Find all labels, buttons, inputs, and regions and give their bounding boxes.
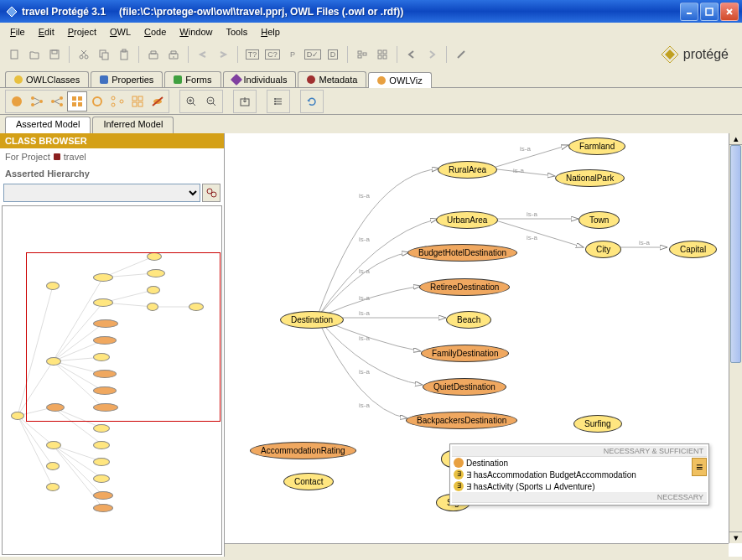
svg-rect-36: [72, 96, 76, 101]
viz-hide-class[interactable]: [87, 91, 107, 111]
find-button[interactable]: [202, 184, 221, 202]
node-town[interactable]: Town: [579, 211, 620, 229]
new-button[interactable]: [5, 45, 23, 64]
archive-button[interactable]: [144, 45, 163, 64]
main-tabs: OWLClasses Properties Forms Individuals …: [0, 68, 742, 88]
menu-project[interactable]: Project: [63, 25, 101, 39]
svg-marker-25: [665, 49, 675, 60]
svg-rect-5: [11, 50, 18, 59]
overview-panel[interactable]: [2, 205, 222, 555]
graph-canvas[interactable]: is-a is-a is-a is-a is-a is-a is-a is-a …: [225, 133, 742, 557]
viz-show-supers[interactable]: [47, 91, 67, 111]
edge-label: is-a: [359, 192, 370, 200]
svg-rect-38: [72, 102, 76, 106]
zoom-out-button[interactable]: [201, 91, 221, 111]
minimize-button[interactable]: [680, 3, 698, 21]
scrollbar-horizontal[interactable]: [225, 543, 729, 557]
window-titlebar: travel Protégé 3.1 (file:\C:\protege-owl…: [0, 0, 742, 23]
viz-show-all[interactable]: [67, 91, 87, 111]
tool-d[interactable]: D✓: [304, 45, 322, 64]
tab-owlclasses[interactable]: OWLClasses: [5, 71, 89, 87]
tab-properties[interactable]: Properties: [91, 71, 163, 87]
tab-metadata[interactable]: Metadata: [298, 71, 366, 87]
node-capital[interactable]: Capital: [669, 241, 717, 258]
node-accomrating[interactable]: AccommodationRating: [250, 442, 356, 459]
export-button[interactable]: [235, 91, 255, 111]
viz-show-class[interactable]: [7, 91, 27, 111]
svg-point-62: [274, 103, 276, 105]
viz-hide-all[interactable]: [127, 91, 148, 111]
node-budgethotel[interactable]: BudgetHotelDestination: [407, 244, 517, 262]
node-nationalpark[interactable]: NationalPark: [555, 169, 625, 187]
node-farmland[interactable]: Farmland: [568, 137, 625, 155]
tab-inferred[interactable]: Inferred Model: [92, 117, 174, 133]
archive2-button[interactable]: [164, 45, 183, 64]
project-label-row: For Project travel: [0, 148, 224, 165]
svg-rect-37: [78, 96, 82, 101]
refresh-button[interactable]: [302, 91, 322, 111]
open-button[interactable]: [25, 45, 44, 64]
node-contact[interactable]: Contact: [283, 473, 334, 490]
tab-owlviz[interactable]: OWLViz: [368, 72, 431, 88]
class-search-combo[interactable]: [3, 184, 200, 202]
node-quietdest[interactable]: QuietDestination: [423, 378, 506, 396]
restriction-icon: ∃: [454, 481, 464, 491]
viz-hide-subs[interactable]: [107, 91, 127, 111]
node-surfing[interactable]: Surfing: [573, 415, 622, 433]
cut-button[interactable]: [75, 45, 93, 64]
tool-t[interactable]: T?: [243, 45, 262, 64]
node-backpackers[interactable]: BackpackersDestination: [406, 412, 517, 429]
svg-point-33: [51, 100, 54, 103]
tab-forms[interactable]: Forms: [164, 71, 221, 87]
save-button[interactable]: [45, 45, 64, 64]
tool-grid[interactable]: [373, 45, 392, 64]
tab-individuals[interactable]: Individuals: [223, 71, 297, 87]
svg-line-29: [34, 98, 39, 101]
node-beach[interactable]: Beach: [446, 311, 491, 329]
tool-c[interactable]: C?: [263, 45, 282, 64]
tool-d2[interactable]: D: [324, 45, 342, 64]
menu-code[interactable]: Code: [139, 25, 171, 39]
paste-button[interactable]: [115, 45, 133, 64]
node-ruralarea[interactable]: RuralArea: [438, 161, 497, 179]
tool-next[interactable]: [423, 45, 441, 64]
menu-window[interactable]: Window: [174, 25, 217, 39]
viz-show-subs[interactable]: [27, 91, 47, 111]
tooltip-header-top: NECESSARY & SUFFICIENT: [452, 446, 707, 457]
node-urbanarea[interactable]: UrbanArea: [436, 211, 498, 229]
edge-label: is-a: [527, 210, 537, 218]
node-retiree[interactable]: RetireeDestination: [419, 278, 510, 296]
copy-button[interactable]: [95, 45, 113, 64]
tool-wand[interactable]: [452, 45, 470, 64]
svg-line-50: [193, 103, 195, 106]
zoom-in-button[interactable]: [181, 91, 201, 111]
menu-help[interactable]: Help: [256, 25, 285, 39]
svg-point-32: [60, 103, 63, 106]
svg-line-71: [18, 416, 53, 487]
svg-point-42: [120, 100, 123, 103]
svg-line-23: [458, 51, 464, 58]
node-city[interactable]: City: [585, 241, 621, 258]
scrollbar-vertical[interactable]: ▴ ▾: [729, 133, 742, 543]
menu-tools[interactable]: Tools: [221, 25, 252, 39]
edge-label: is-a: [359, 294, 370, 302]
menu-owl[interactable]: OWL: [105, 25, 136, 39]
tool-prev[interactable]: [402, 45, 421, 64]
scrollbar-thumb[interactable]: [730, 145, 741, 363]
menu-file[interactable]: File: [5, 25, 30, 39]
overview-viewport[interactable]: [26, 252, 221, 422]
node-familydest[interactable]: FamilyDestination: [421, 345, 509, 362]
node-destination[interactable]: Destination: [280, 311, 344, 329]
tab-asserted[interactable]: Asserted Model: [5, 117, 91, 133]
tool-boxes[interactable]: [353, 45, 371, 64]
tool-p[interactable]: P: [283, 45, 302, 64]
undo-button[interactable]: [194, 45, 212, 64]
close-button[interactable]: [720, 3, 739, 21]
maximize-button[interactable]: [700, 3, 719, 21]
options-button[interactable]: [268, 91, 288, 111]
menu-edit[interactable]: Edit: [34, 25, 60, 39]
viz-hide-selected[interactable]: [148, 91, 168, 111]
svg-rect-22: [383, 55, 387, 59]
window-title-file: (file:\C:\protege-owl\owl\travel.pprj, O…: [119, 6, 403, 18]
redo-button[interactable]: [214, 45, 232, 64]
